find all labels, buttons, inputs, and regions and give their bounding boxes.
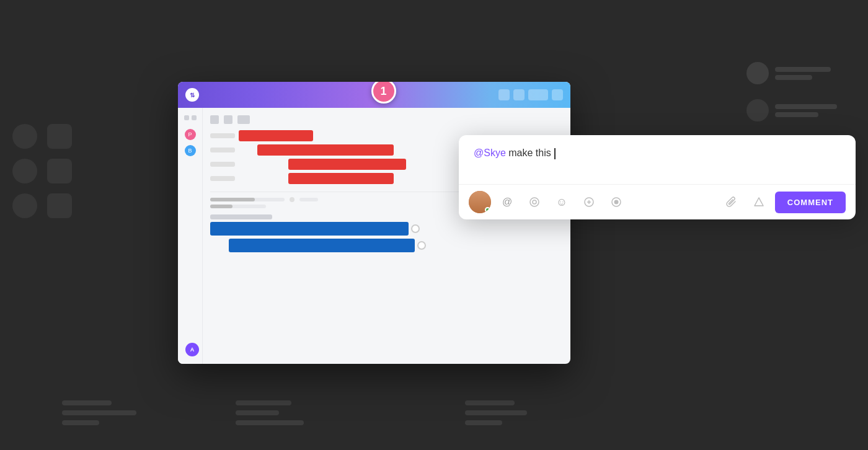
comment-toolbar: @ ☺ [459, 185, 856, 219]
drive-icon [753, 196, 764, 208]
gantt-bar-red-2 [257, 144, 394, 156]
progress-bar-bg-1 [210, 198, 285, 201]
gantt-bar-red-1 [239, 130, 313, 141]
app-header: ⇅ 1 [178, 82, 570, 108]
paperclip-icon [726, 196, 737, 208]
toolbar-icon-1 [210, 115, 219, 124]
gantt-label-2 [210, 148, 235, 152]
app-screenshot: ⇅ 1 P B [178, 82, 570, 364]
app-footer: A [185, 343, 199, 356]
comment-mention: @Skye [474, 148, 506, 158]
emoji-button[interactable]: ☺ [551, 191, 573, 213]
gantt-bar-red-4 [288, 173, 394, 184]
app-sidebar: P B [178, 108, 203, 364]
svg-point-1 [533, 200, 536, 204]
sidebar-grid-icon [184, 115, 189, 120]
gantt-bar-blue-2 [229, 239, 415, 252]
attachment-button[interactable] [720, 191, 743, 213]
svg-point-0 [530, 198, 539, 206]
comment-submit-button[interactable]: COMMENT [775, 192, 846, 213]
grid-icon [552, 89, 563, 100]
target-button[interactable] [605, 191, 627, 213]
gantt-bar-blue-1 [210, 222, 409, 236]
blue-label [210, 214, 272, 219]
svg-point-6 [614, 200, 619, 205]
comment-cursor [554, 148, 556, 159]
progress-bar-fill-1 [210, 198, 255, 201]
menu-icon [528, 89, 548, 100]
drive-button[interactable] [748, 191, 770, 213]
bar-indicator-1 [411, 224, 420, 233]
sidebar-avatar-1: P [185, 129, 196, 140]
gantt-label-4 [210, 176, 235, 181]
pen-icon [583, 196, 595, 208]
bell-icon [498, 89, 510, 100]
notification-badge: 1 [371, 82, 396, 104]
gantt-label-1 [210, 133, 235, 138]
blue-bar-row-2 [210, 239, 563, 252]
app-toolbar [210, 115, 563, 124]
mention-button[interactable]: @ [496, 191, 518, 213]
pen-button[interactable] [578, 191, 600, 213]
app-logo: ⇅ [185, 88, 199, 102]
sidebar-add-icon [192, 115, 197, 120]
comment-text-area[interactable]: @Skye make this [459, 135, 856, 185]
commenter-avatar [469, 191, 491, 213]
bg-bottom [62, 400, 806, 425]
bg-left-panel [12, 124, 72, 218]
search-icon [513, 89, 525, 100]
online-status-dot [485, 207, 490, 213]
bar-indicator-2 [417, 241, 426, 250]
sidebar-avatar-2: B [185, 145, 196, 156]
target-icon [611, 196, 622, 208]
header-right-icons [498, 89, 563, 100]
clickup-icon [529, 196, 540, 208]
blue-bar-row-1 [210, 222, 563, 236]
svg-marker-7 [755, 198, 763, 206]
svg-line-8 [759, 198, 761, 203]
footer-avatar: A [185, 343, 199, 356]
gantt-bar-red-3 [288, 159, 406, 170]
gantt-label-3 [210, 162, 235, 167]
progress-dot-1 [290, 197, 294, 202]
progress-label-1 [299, 198, 318, 201]
comment-popup: @Skye make this @ ☺ [459, 135, 856, 219]
toolbar-icon-2 [224, 115, 232, 124]
clickup-button[interactable] [523, 191, 546, 213]
toolbar-icon-3 [237, 115, 250, 124]
gantt-blue-section [210, 214, 563, 252]
comment-text: make this [506, 148, 554, 158]
progress-bar-fill-2 [210, 205, 232, 208]
progress-bar-bg-2 [210, 205, 266, 208]
